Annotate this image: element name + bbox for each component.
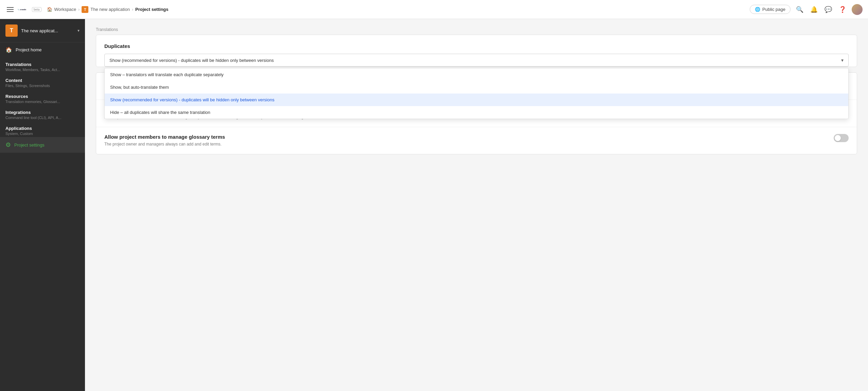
chat-icon[interactable]: 💬 [823,4,833,15]
dropdown-menu: Show – translators will translate each d… [104,68,849,119]
sidebar-item-home[interactable]: 🏠 Project home [0,42,85,57]
sidebar-section-title: Resources [5,94,80,99]
svg-text:crowdin: crowdin [20,8,26,10]
dropdown-option-2[interactable]: Show (recommended for versions) - duplic… [105,94,848,106]
sidebar: T The new applicat... ▾ 🏠 Project home T… [0,19,85,391]
duplicates-card: Duplicates Show (recommended for version… [96,35,857,67]
sidebar-section-content: Content Files, Strings, Screenshots [0,73,85,89]
breadcrumb: 🏠 Workspace › T The new application › Pr… [47,6,750,13]
breadcrumb-separator-1: › [78,7,80,12]
chevron-down-icon: ▾ [841,57,844,63]
setting-desc-glossary: The project owner and managers always ca… [104,141,826,147]
sidebar-section-subtitle: Files, Strings, Screenshots [5,84,80,88]
home-icon: 🏠 [47,7,52,12]
header: 🔧 crowdin beta 🏠 Workspace › T The new a… [0,0,868,19]
sidebar-section-subtitle: Workflow, Members, Tasks, Act... [5,68,80,72]
project-icon: T [82,6,88,13]
dropdown-selected-text: Show (recommended for versions) - duplic… [109,58,274,63]
duplicates-dropdown[interactable]: Show (recommended for versions) - duplic… [104,54,849,67]
sidebar-section-resources: Resources Translation memories, Glossari… [0,89,85,105]
sidebar-section-subtitle: Translation memories, Glossari... [5,100,80,104]
globe-icon: 🌐 [755,7,760,12]
sidebar-section-applications: Applications System, Custom [0,121,85,137]
notification-icon[interactable]: 🔔 [809,4,819,15]
public-page-button[interactable]: 🌐 Public page [750,5,791,14]
duplicates-title: Duplicates [104,43,849,49]
main-layout: T The new applicat... ▾ 🏠 Project home T… [0,19,868,391]
sidebar-settings-label: Project settings [14,142,45,148]
toggle-glossary-slider [834,134,849,142]
help-icon[interactable]: ❓ [837,4,848,15]
dropdown-option-0[interactable]: Show – translators will translate each d… [105,68,848,81]
toggle-glossary[interactable] [834,134,849,142]
logo: 🔧 crowdin beta [18,3,41,16]
breadcrumb-home[interactable]: 🏠 Workspace [47,7,76,12]
sidebar-section-title: Integrations [5,110,80,115]
setting-row-glossary: Allow project members to manage glossary… [96,127,857,154]
project-avatar: T [5,24,18,37]
header-right: 🌐 Public page 🔍 🔔 💬 ❓ [750,4,863,15]
sidebar-section-title: Translations [5,62,80,67]
avatar-image [852,4,863,15]
chevron-down-icon: ▾ [77,28,80,33]
user-avatar[interactable] [852,4,863,15]
setting-title-glossary: Allow project members to manage glossary… [104,134,826,140]
setting-info-glossary: Allow project members to manage glossary… [104,134,834,147]
sidebar-section-subtitle: System, Custom [5,132,80,136]
dropdown-option-3[interactable]: Hide – all duplicates will share the sam… [105,106,848,119]
menu-button[interactable] [5,6,15,13]
breadcrumb-project[interactable]: T The new application [82,6,130,13]
sidebar-home-label: Project home [16,47,42,52]
sidebar-section-title: Content [5,78,80,83]
dropdown-option-1[interactable]: Show, but auto-translate them [105,81,848,94]
crowdin-logo-icon: 🔧 crowdin [18,3,30,16]
gear-icon: ⚙ [5,141,11,149]
search-icon[interactable]: 🔍 [795,4,805,15]
section-label: Translations [96,27,857,32]
breadcrumb-current: Project settings [135,7,169,12]
svg-text:🔧: 🔧 [18,9,19,11]
header-left: 🔧 crowdin beta [5,3,47,16]
sidebar-section-title: Applications [5,126,80,131]
breadcrumb-separator-2: › [132,7,133,12]
sidebar-section-integrations: Integrations Command line tool (CLI), AP… [0,105,85,121]
sidebar-project[interactable]: T The new applicat... ▾ [0,19,85,42]
sidebar-section-subtitle: Command line tool (CLI), API, A... [5,116,80,120]
home-icon: 🏠 [5,47,12,53]
dropdown-selected-value[interactable]: Show (recommended for versions) - duplic… [104,54,849,67]
sidebar-section-translations: Translations Workflow, Members, Tasks, A… [0,57,85,73]
main-content: Translations Duplicates Show (recommende… [85,19,868,391]
beta-badge: beta [32,7,41,12]
sidebar-item-project-settings[interactable]: ⚙ Project settings [0,137,85,153]
project-name: The new applicat... [21,28,74,33]
